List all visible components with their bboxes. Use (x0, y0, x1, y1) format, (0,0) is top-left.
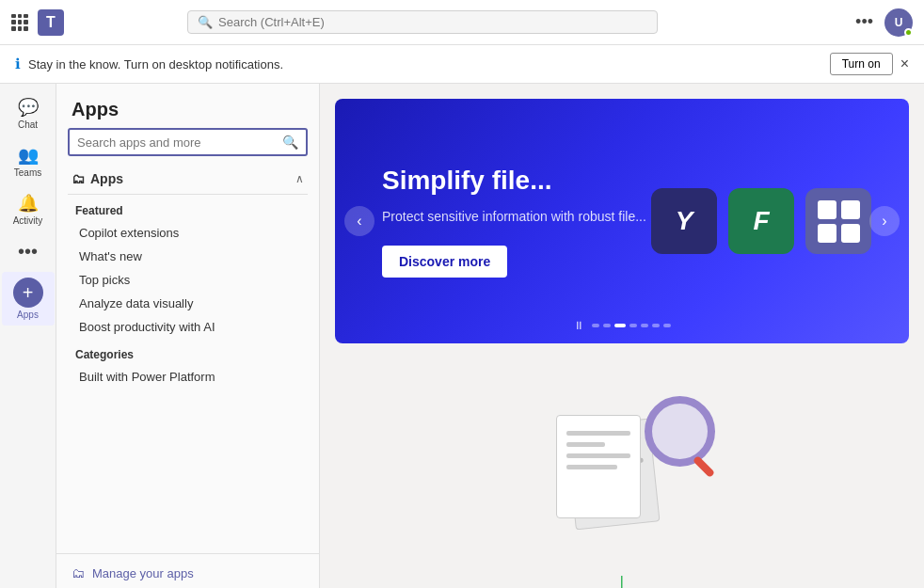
sidebar-label-chat: Chat (18, 119, 38, 130)
nav-item-analyze[interactable]: Analyze data visually (72, 292, 304, 315)
title-bar: T 🔍 ••• U (0, 0, 924, 45)
nav-list: Featured Copilot extensions What's new T… (56, 195, 319, 389)
banner-prev-button[interactable]: ‹ (344, 206, 374, 236)
sidebar-item-chat[interactable]: 💬 Chat (2, 91, 55, 135)
avatar[interactable]: U (884, 8, 913, 37)
banner-description: Protect sensitive information with robus… (382, 207, 646, 227)
banner-dots: ⏸ (573, 319, 671, 332)
search-bar[interactable]: 🔍 (187, 10, 658, 34)
sidebar-item-teams[interactable]: 👥 Teams (2, 139, 55, 183)
app-icon-f: F (728, 188, 794, 254)
sidebar: 💬 Chat 👥 Teams 🔔 Activity ••• + Apps (0, 84, 56, 588)
magnifier-circle (645, 396, 715, 467)
teams-icon: 👥 (18, 145, 39, 166)
banner-dot-6 (652, 324, 660, 327)
banner-text: Simplify file... Protect sensitive infor… (382, 165, 646, 278)
search-input[interactable] (218, 15, 647, 29)
sidebar-item-activity[interactable]: 🔔 Activity (2, 187, 55, 231)
apps-search-wrap: 🔍 (56, 128, 319, 164)
banner-dot-4 (629, 324, 637, 327)
app-icon-grid (805, 188, 871, 254)
doc-front (556, 415, 641, 518)
magnifier-handle (693, 455, 715, 478)
teams-logo: T (38, 9, 64, 36)
banner-dot-7 (663, 324, 671, 327)
more-options-button[interactable]: ••• (852, 10, 877, 34)
nav-item-whats-new[interactable]: What's new (72, 245, 304, 268)
apps-panel-footer: 🗂 Manage your apps (56, 553, 319, 588)
manage-apps-link[interactable]: 🗂 Manage your apps (72, 565, 304, 580)
categories-label: Categories (72, 339, 304, 365)
magnifier (645, 396, 716, 470)
title-bar-left: T (11, 9, 87, 36)
no-matches-visual (528, 387, 716, 556)
sidebar-item-apps[interactable]: + Apps (2, 272, 55, 326)
close-notification-button[interactable]: × (900, 56, 909, 72)
title-bar-right: ••• U (852, 8, 913, 37)
sidebar-label-teams: Teams (14, 167, 41, 178)
banner-pause-button[interactable]: ⏸ (573, 319, 584, 332)
apps-section: 🗂 Apps ∧ (56, 164, 319, 195)
grid-icon[interactable] (11, 14, 28, 31)
notification-text: Stay in the know. Turn on desktop notifi… (28, 57, 822, 72)
banner-dot-1 (592, 324, 599, 327)
apps-search-icon: 🔍 (282, 135, 298, 150)
nav-item-power-platform[interactable]: Built with Power Platform (72, 365, 304, 389)
nav-item-copilot[interactable]: Copilot extensions (72, 221, 304, 245)
banner-icons: Y F (651, 188, 871, 254)
apps-section-header[interactable]: 🗂 Apps ∧ (68, 164, 308, 195)
turn-on-button[interactable]: Turn on (830, 53, 893, 75)
banner-dot-5 (641, 324, 648, 327)
content-area: ‹ Simplify file... Protect sensitive inf… (320, 84, 924, 588)
no-matches-arrow: ↓ (614, 565, 629, 588)
info-icon: ℹ (15, 56, 21, 72)
apps-search-input[interactable] (77, 135, 277, 150)
no-matches-section: ↓ We didn't find any matches (335, 358, 909, 588)
featured-category: Featured (72, 195, 304, 221)
apps-search-box[interactable]: 🔍 (68, 128, 308, 156)
discover-more-button[interactable]: Discover more (382, 246, 507, 278)
app-icon-y: Y (651, 188, 717, 254)
presence-dot (904, 28, 913, 37)
more-apps-dots[interactable]: ••• (12, 235, 43, 268)
activity-icon: 🔔 (18, 193, 39, 214)
sidebar-label-activity: Activity (13, 215, 43, 226)
banner-dot-2 (603, 324, 611, 327)
chat-icon: 💬 (18, 97, 39, 118)
banner-next-button[interactable]: › (869, 206, 900, 236)
chevron-up-icon: ∧ (295, 172, 304, 185)
banner-title: Simplify file... (382, 165, 646, 197)
manage-apps-label: Manage your apps (92, 566, 194, 580)
apps-plus-icon: + (13, 278, 43, 308)
manage-icon: 🗂 (72, 565, 85, 580)
main-layout: 💬 Chat 👥 Teams 🔔 Activity ••• + Apps App… (0, 84, 924, 588)
notification-bar: ℹ Stay in the know. Turn on desktop noti… (0, 45, 924, 84)
apps-panel: Apps 🔍 🗂 Apps ∧ Featured Copilot extensi… (56, 84, 320, 588)
nav-item-top-picks[interactable]: Top picks (72, 268, 304, 292)
apps-section-title: 🗂 Apps (72, 171, 123, 186)
sidebar-label-apps: Apps (17, 310, 39, 320)
search-icon: 🔍 (198, 15, 213, 29)
apps-panel-title: Apps (56, 84, 319, 128)
nav-item-boost[interactable]: Boost productivity with AI (72, 315, 304, 339)
banner-dot-3 (614, 324, 626, 327)
banner-carousel: ‹ Simplify file... Protect sensitive inf… (335, 99, 909, 343)
apps-section-icon: 🗂 (72, 171, 85, 186)
